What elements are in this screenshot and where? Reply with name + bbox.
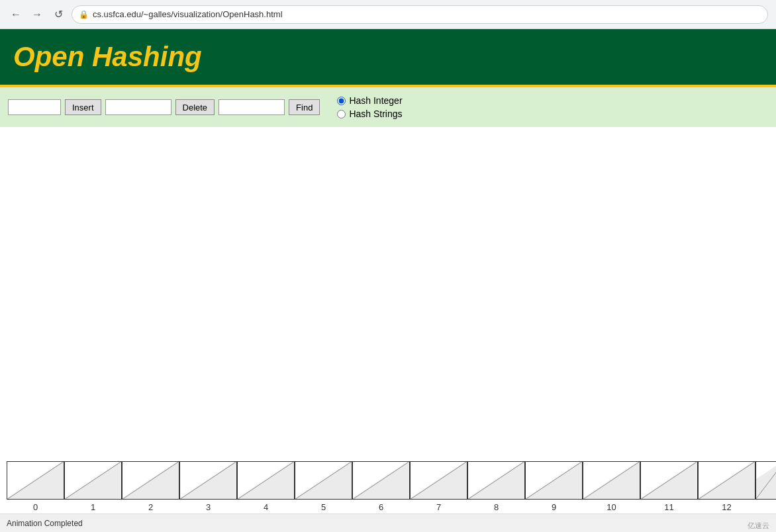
hash-label-partial [755,502,776,512]
lock-icon: 🔒 [79,10,89,19]
hash-strings-radio[interactable] [337,110,346,118]
hash-label-1: 1 [64,502,122,512]
hash-table-container: 0123456789101112 [0,461,776,512]
hash-cell-2 [122,461,179,500]
hash-cell-12 [698,461,755,500]
svg-line-1 [66,462,121,499]
svg-line-0 [8,462,64,499]
hash-integer-radio[interactable] [337,97,346,105]
controls-right: Hash Integer Hash Strings [337,95,402,119]
hash-strings-label: Hash Strings [349,109,402,119]
hash-label-5: 5 [295,502,352,512]
hash-label-10: 10 [583,502,640,512]
hash-integer-radio-label[interactable]: Hash Integer [337,95,402,106]
svg-line-11 [642,462,697,499]
delete-button[interactable]: Delete [175,99,215,115]
hash-cell-11 [640,461,698,500]
hash-label-4: 4 [237,502,295,512]
hash-label-3: 3 [179,502,237,512]
hash-label-6: 6 [352,502,410,512]
svg-line-5 [296,462,352,499]
svg-line-7 [411,462,467,499]
hash-cells-row [7,461,769,500]
hash-cell-3 [179,461,237,500]
url-text: cs.usfca.edu/~galles/visualization/OpenH… [93,9,283,19]
svg-line-12 [699,462,755,499]
hash-cell-1 [64,461,122,500]
browser-bar: ← → ↺ 🔒 cs.usfca.edu/~galles/visualizati… [0,0,776,29]
hash-cell-9 [525,461,583,500]
page-title: Open Hashing [13,41,763,73]
hash-cell-10 [583,461,640,500]
hash-integer-label: Hash Integer [349,95,402,106]
back-button[interactable]: ← [8,7,24,22]
hash-label-7: 7 [410,502,467,512]
controls-bar: Insert Delete Find Hash Integer Hash Str… [0,87,776,127]
controls-left: Insert Delete Find [8,99,320,115]
refresh-button[interactable]: ↺ [50,7,66,22]
hash-cell-partial [755,461,776,500]
svg-line-13 [756,462,776,498]
find-input[interactable] [218,99,285,115]
hash-cell-5 [295,461,352,500]
hash-cell-6 [352,461,410,500]
hash-label-12: 12 [698,502,755,512]
watermark: 亿速云 [748,521,769,531]
status-message: Animation Completed [7,519,83,528]
main-area [0,127,776,448]
svg-line-10 [584,462,640,499]
svg-line-2 [123,462,179,499]
hash-label-2: 2 [122,502,179,512]
delete-input[interactable] [105,99,171,115]
svg-line-8 [469,462,524,499]
forward-button[interactable]: → [29,7,45,22]
status-bar: Animation Completed 亿速云 [0,513,776,532]
hash-cell-7 [410,461,467,500]
insert-button[interactable]: Insert [65,99,101,115]
hash-label-8: 8 [467,502,525,512]
hash-label-0: 0 [7,502,64,512]
hash-strings-radio-label[interactable]: Hash Strings [337,109,402,119]
svg-line-6 [354,462,409,499]
hash-labels-row: 0123456789101112 [7,502,769,512]
hash-cell-0 [7,461,64,500]
hash-cell-4 [237,461,295,500]
hash-cell-8 [467,461,525,500]
hash-label-9: 9 [525,502,583,512]
svg-line-3 [181,462,236,499]
hash-label-11: 11 [640,502,698,512]
address-bar[interactable]: 🔒 cs.usfca.edu/~galles/visualization/Ope… [72,5,768,24]
insert-input[interactable] [8,99,61,115]
page-header: Open Hashing [0,29,776,87]
find-button[interactable]: Find [289,99,320,115]
svg-line-4 [238,462,294,499]
svg-line-9 [526,462,582,499]
